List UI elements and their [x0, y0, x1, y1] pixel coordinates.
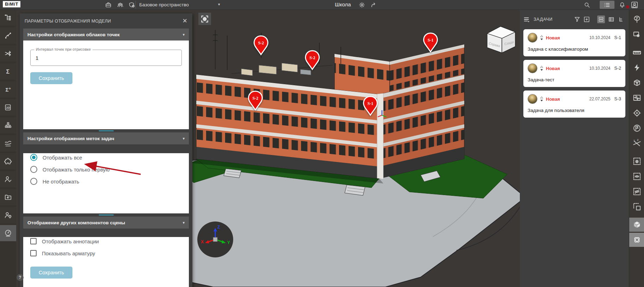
focus-view-button[interactable]	[198, 13, 211, 25]
svg-text:2D: 2D	[6, 106, 10, 110]
sum-icon[interactable]: Σ	[0, 63, 16, 80]
flash-icon[interactable]	[629, 61, 644, 75]
viewport-3d[interactable]: Справа Сзади Z X Y S-2 S-2	[16, 10, 520, 287]
focus-hexagon-icon[interactable]	[629, 27, 644, 42]
close-icon[interactable]: ✕	[182, 17, 187, 25]
briefcase-icon[interactable]	[104, 1, 112, 9]
shaded-cube-icon[interactable]	[629, 218, 644, 232]
cube-section-icon[interactable]	[629, 76, 644, 90]
orbit-icon[interactable]	[629, 233, 644, 247]
panel-list-button[interactable]	[600, 1, 614, 9]
model-tree-icon[interactable]	[0, 10, 16, 26]
numbered-axes-icon[interactable]: 12	[629, 136, 644, 150]
task-title: Задача для пользователя	[528, 108, 621, 113]
task-pin[interactable]: S-2	[253, 35, 269, 56]
section-task-marks[interactable]: Настройки отображения меток задач	[23, 132, 189, 144]
task-pin[interactable]: S-1	[363, 96, 378, 116]
show-eye-icon[interactable]	[629, 169, 644, 183]
team-icon[interactable]	[116, 1, 124, 9]
topbar-divider	[135, 1, 136, 9]
view-table-toggle[interactable]	[607, 15, 615, 23]
hide-eye-icon[interactable]	[629, 185, 644, 199]
org-chart-icon[interactable]	[0, 117, 16, 133]
user-location-icon[interactable]	[0, 207, 16, 223]
checkbox-show-annotations[interactable]: Отображать аннотации	[30, 237, 189, 245]
pin-label: S-2	[305, 55, 320, 61]
tasks-panel: ЗАДАЧИ Новая 10.10.2024 S-1 Зад	[520, 10, 629, 287]
shield-status-icon[interactable]	[128, 1, 136, 9]
project-title: Школа	[335, 1, 351, 7]
view-cards-toggle[interactable]	[597, 15, 605, 23]
status-badge: Новая	[546, 66, 560, 71]
pin-label: S-1	[423, 38, 438, 43]
interval-field: Интервал точек при отрисовке	[30, 50, 182, 66]
save-point-clouds-button[interactable]: Сохранить	[30, 72, 72, 84]
task-pin[interactable]: S-2	[248, 91, 263, 111]
task-pin[interactable]: S-2	[305, 50, 320, 70]
task-title: Задача-тест	[528, 77, 621, 82]
checkbox-icon[interactable]	[30, 250, 37, 256]
chevron-down-icon[interactable]: ▾	[218, 2, 220, 7]
checkbox-icon[interactable]	[30, 238, 37, 244]
gauge-icon[interactable]	[0, 225, 16, 241]
trend-lines-icon[interactable]	[0, 135, 16, 151]
folder-import-icon[interactable]	[0, 189, 16, 205]
status-badge: Новая	[546, 96, 560, 102]
sum-plus-icon[interactable]: Σ+	[0, 81, 16, 98]
task-code: S-2	[614, 66, 621, 71]
status-badge: Новая	[546, 35, 560, 40]
task-pin[interactable]: S-1	[423, 32, 438, 53]
save-scene-components-button[interactable]: Сохранить	[30, 267, 72, 279]
radio-show-first-only[interactable]: Отображать только первую	[30, 165, 189, 174]
task-code: S-1	[614, 35, 621, 40]
left-toolbar: Σ Σ+ 2D	[0, 10, 16, 287]
gear-icon[interactable]	[358, 1, 366, 9]
share-icon[interactable]	[370, 1, 378, 9]
axis-y-label: Y	[227, 240, 230, 245]
priority-icon	[540, 96, 543, 102]
task-date: 22.07.2025	[589, 96, 610, 101]
radio-show-all[interactable]: Отображать все	[30, 153, 189, 162]
bell-icon[interactable]	[618, 1, 626, 9]
radio-selected-icon[interactable]	[30, 154, 37, 161]
target-icon[interactable]	[629, 106, 644, 120]
puzzle-plugin-icon[interactable]	[0, 153, 16, 169]
vegetation-tree-icon[interactable]	[629, 12, 644, 26]
checkbox-show-rebar[interactable]: Показывать арматуру	[30, 249, 189, 257]
section-point-clouds[interactable]: Настройки отображения облаков точек	[23, 29, 189, 40]
user-avatar-icon[interactable]	[631, 1, 638, 9]
radio-icon[interactable]	[30, 178, 37, 185]
add-task-icon[interactable]	[583, 16, 590, 23]
shuffle-icon[interactable]	[0, 45, 16, 62]
pin-label: S-1	[363, 101, 378, 106]
axis-gizmo: Z X Y	[197, 222, 233, 257]
section-scene-components[interactable]: Отображение других компонентов сцены	[23, 217, 189, 229]
section-divider[interactable]	[20, 129, 192, 132]
2d-view-icon[interactable]: 2D	[0, 99, 16, 116]
ruler-icon[interactable]	[629, 45, 644, 60]
view-tree-toggle[interactable]	[618, 15, 625, 23]
task-avatar	[528, 33, 537, 43]
section-divider[interactable]	[20, 213, 192, 217]
right-toolbar: 12	[629, 10, 644, 287]
flag-icon[interactable]	[629, 121, 644, 135]
radio-icon[interactable]	[30, 166, 37, 173]
workspace-selector[interactable]: Базовое пространство	[139, 2, 189, 7]
app-logo[interactable]: BiMiT	[3, 1, 20, 7]
radio-show-none[interactable]: Не отображать	[30, 177, 189, 186]
task-card[interactable]: Новая 22.07.2025 S-3 Задача для пользова…	[523, 91, 625, 118]
spline-nodes-icon[interactable]	[0, 27, 16, 44]
search-icon[interactable]	[583, 1, 591, 9]
interval-input[interactable]	[31, 50, 181, 65]
clear-selection-icon[interactable]	[629, 200, 644, 214]
help-button[interactable]: ?	[17, 274, 24, 281]
user-check-icon[interactable]	[0, 171, 16, 187]
filter-icon[interactable]	[574, 16, 581, 23]
floorplan-icon[interactable]	[629, 91, 644, 105]
panel-title: ПАРАМЕТРЫ ОТОБРАЖЕНИЯ МОДЕЛИ	[25, 19, 111, 24]
isolate-cube-icon[interactable]	[629, 154, 644, 168]
task-card[interactable]: Новая 10.10.2024 S-1 Задача с классифика…	[523, 29, 625, 56]
task-menu-icon[interactable]	[523, 16, 530, 23]
task-card[interactable]: Новая 10.10.2024 S-2 Задача-тест	[523, 60, 625, 87]
axis-x-label: X	[201, 239, 204, 244]
